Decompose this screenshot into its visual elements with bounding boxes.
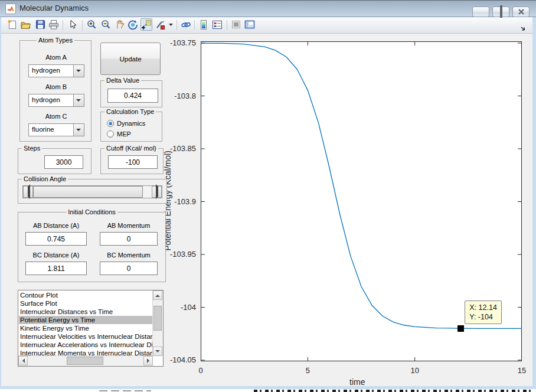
datatip-box[interactable]: X: 12.14 Y: -104 [465,300,502,324]
window-title: Molecular Dynamics [19,4,89,12]
open-file-button[interactable] [20,18,32,31]
minimize-button[interactable] [472,6,489,17]
ab-distance-input[interactable] [25,232,87,246]
ab-momentum-label: AB Momentum [100,222,158,229]
list-item[interactable]: Potential Energy vs Time [19,316,153,324]
atom-a-dropdown[interactable]: hydrogen [28,64,84,77]
initial-conditions-title: Initial Conditions [66,208,117,215]
print-figure-button[interactable] [48,18,60,31]
atom-c-dropdown-button[interactable] [73,124,84,136]
atom-b-dropdown[interactable]: hydrogen [28,94,84,107]
save-floppy-icon [35,19,45,30]
zoom-in-button[interactable] [86,18,97,31]
calculation-type-group: Calculation Type Dynamics MEP [100,112,162,142]
bc-distance-label: BC Distance (A) [25,251,87,259]
hide-plot-tools-icon [231,20,241,29]
restore-icon [500,5,502,18]
steps-group: Steps [18,148,91,174]
rotate-3d-icon [128,19,138,30]
close-icon [518,9,524,15]
arrow-down-icon [155,350,160,355]
steps-title: Steps [22,145,42,152]
scroll-left-button[interactable] [18,356,28,365]
link-plot-button[interactable] [180,18,192,31]
delta-value-title: Delta Value [104,77,141,84]
slider-right-arrow[interactable] [152,186,162,198]
matlab-logo-icon [5,4,16,14]
steps-input[interactable] [44,155,83,169]
hscroll-thumb[interactable] [67,357,103,365]
brush-data-button[interactable] [155,18,166,31]
arrow-right-icon [147,358,152,363]
scroll-up-button[interactable] [153,290,162,300]
listbox-hscrollbar[interactable] [18,355,153,366]
toolbar-overflow-arrow[interactable] [521,22,527,33]
atom-c-label: Atom C [20,113,92,120]
arrow-right-icon [156,184,161,199]
ab-momentum-input[interactable] [100,232,158,246]
bc-distance-input[interactable] [25,262,87,275]
atom-a-dropdown-button[interactable] [73,65,84,77]
list-item[interactable]: Kinetic Energy vs Time [19,324,153,332]
toolbar-separator [227,20,227,30]
edit-plot-button[interactable] [67,18,79,31]
open-folder-icon [21,19,31,30]
list-item[interactable]: Internuclear Velocities vs Internuclear … [19,332,153,341]
rotate-3d-button[interactable] [127,18,139,31]
list-item[interactable]: Internuclear Distances vs Time [19,308,153,316]
list-item[interactable]: Contour Plot [19,291,153,299]
insert-colorbar-button[interactable] [198,18,210,31]
update-button[interactable]: Update [100,43,161,75]
arrow-left-icon [25,184,30,199]
arrow-up-icon [155,292,160,297]
atom-b-dropdown-button[interactable] [73,94,84,106]
atom-types-group: Atom Types Atom A hydrogen Atom B hydrog… [19,40,91,142]
zoom-out-button[interactable] [100,18,112,31]
bc-momentum-input[interactable] [100,262,158,275]
delta-value-input[interactable] [107,89,158,103]
new-document-icon [7,19,17,30]
chain-link-icon [181,19,191,30]
save-figure-button[interactable] [34,18,46,31]
atom-b-label: Atom B [20,83,92,90]
pointer-cursor-icon [68,19,78,30]
data-cursor-icon [141,19,152,30]
figure-toolbar [1,17,532,34]
datatip-marker[interactable] [457,325,464,332]
collision-angle-title: Collision Angle [22,175,68,182]
slider-left-arrow[interactable] [23,186,33,198]
show-plot-tools-dock-button[interactable] [244,18,256,31]
pan-button[interactable] [113,18,125,31]
radio-dynamics[interactable]: Dynamics [107,119,145,128]
bc-momentum-label: BC Momentum [100,251,158,259]
new-figure-button[interactable] [6,18,18,31]
zoom-in-icon [86,19,97,30]
hide-plot-tools-button[interactable] [230,18,242,31]
chevron-down-icon [76,129,81,133]
radio-mep[interactable]: MEP [107,130,131,138]
restore-button[interactable] [492,6,509,17]
app-window: Potential Energy (Kcal/mol) -103.75-103.… [0,0,536,392]
arrow-left-icon [20,358,25,363]
scroll-right-button[interactable] [143,356,153,365]
scroll-down-button[interactable] [153,347,162,356]
title-bar: Molecular Dynamics [0,0,536,17]
chevron-down-icon [168,22,174,28]
atom-c-dropdown[interactable]: fluorine [28,123,84,136]
radio-dynamics-label: Dynamics [117,120,145,127]
toolbar-separator [82,20,83,30]
list-item[interactable]: Surface Plot [19,299,153,308]
plot-type-listbox[interactable]: Contour PlotSurface PlotInternuclear Dis… [18,290,164,367]
list-item[interactable]: Internuclear Accelerations vs Internucle… [19,341,153,349]
close-button[interactable] [512,6,530,17]
vscroll-thumb[interactable] [153,306,162,331]
brush-dropdown-button[interactable] [168,18,175,31]
legend-icon [212,20,223,30]
data-cursor-button[interactable] [140,18,152,31]
cutoff-group: Cutoff (Kcal/ mol) [100,148,164,174]
collision-angle-slider[interactable] [22,185,162,198]
slider-thumb[interactable] [33,186,143,198]
cutoff-input[interactable] [108,155,158,169]
insert-legend-button[interactable] [211,18,223,31]
listbox-vscrollbar[interactable] [152,290,163,356]
